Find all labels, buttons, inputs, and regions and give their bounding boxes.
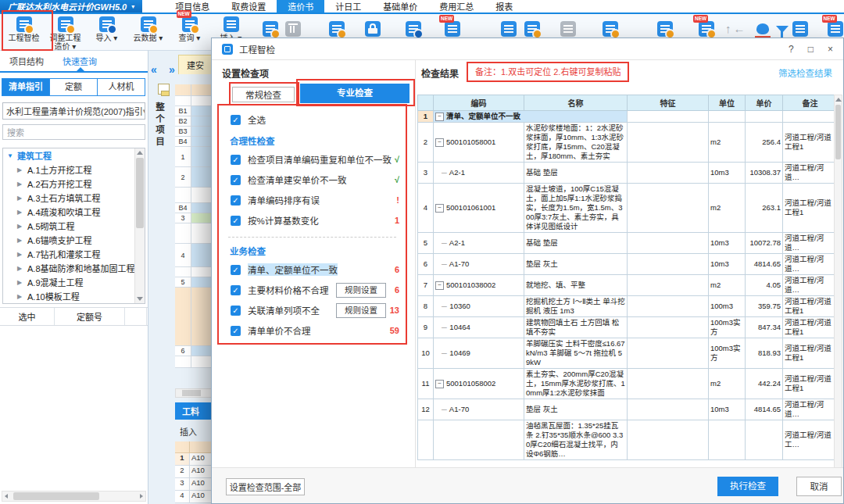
table-row[interactable]: 3─ A2-1基础 垫层10m310308.37河道工程/河道…	[418, 163, 838, 184]
doc-edit-button[interactable]	[603, 19, 618, 39]
apps-button[interactable]: NEW	[699, 19, 714, 39]
filter-button[interactable]	[776, 19, 789, 39]
column-settings-button[interactable]: NEW	[828, 19, 843, 39]
grid-cell[interactable]	[191, 223, 211, 244]
maximize-icon[interactable]: □	[808, 44, 814, 55]
insert-button[interactable]: 插入	[180, 425, 197, 438]
check-item[interactable]: ✓检查项目清单编码重复和单位不一致√	[219, 151, 406, 168]
grid-cell[interactable]	[191, 277, 211, 288]
tree-item[interactable]: ▼建筑工程	[3, 148, 145, 163]
sidebar-subtab-2[interactable]: 定额	[49, 78, 98, 96]
check-item[interactable]: ✓清单单价不合理59	[219, 322, 406, 339]
table-row[interactable]: 7−500101038002就地挖、填、平整m24.05河道工程/河道…	[418, 275, 838, 296]
scrollbar-thumb[interactable]	[136, 158, 144, 228]
column-list-button[interactable]	[501, 19, 517, 39]
check-item[interactable]: ✓检查清单建安单价不一致√	[219, 171, 406, 188]
search-input[interactable]: 搜索	[2, 124, 145, 140]
tab-professional-check[interactable]: 专业检查	[300, 84, 409, 103]
rule-settings-button[interactable]: 规则设置	[336, 283, 386, 298]
checkbox-checked-icon[interactable]: ✓	[231, 155, 241, 165]
adjust-cost-button[interactable]: 调整工程 造价 ▾	[45, 14, 86, 50]
mini-grid-row[interactable]: 3A10	[175, 478, 211, 491]
checkbox-checked-icon[interactable]: ✓	[231, 175, 241, 185]
grid-cell[interactable]	[191, 137, 211, 147]
grid-cell[interactable]	[191, 116, 211, 127]
grid-cell[interactable]	[191, 96, 211, 106]
table-row[interactable]: 6─ A1-70垫层 灰土10m34814.65河道工程/河道…	[418, 254, 838, 275]
expand-panel-icon[interactable]: »	[169, 63, 175, 76]
grid-cell[interactable]	[191, 167, 211, 188]
spec-dropdown[interactable]: 水利工程量清单计价规范(2007)指引 ▾	[2, 102, 145, 120]
select-all-row[interactable]: ✓全选	[219, 112, 406, 127]
tree-item[interactable]: ▶A.2石方开挖工程	[3, 177, 145, 191]
sidebar-tab-1[interactable]: 项目结构	[0, 55, 53, 67]
table-row[interactable]: 9─ 10464建筑物回填土石 土方回填 松填不夯实100m3实方847.34河…	[418, 317, 838, 338]
grid-cell[interactable]	[191, 106, 211, 116]
menu-item-4[interactable]: 计日工	[324, 0, 372, 13]
dialog-title-bar[interactable]: 工程智检 ? □ ×	[212, 38, 843, 60]
tab-jianan[interactable]: 建安	[178, 55, 211, 74]
tree-item[interactable]: ▶A.10模板工程	[3, 289, 145, 303]
cancel-button[interactable]: 取消	[796, 477, 842, 496]
check-item[interactable]: ✓关联清单列项不全规则设置13	[219, 302, 406, 319]
menu-item-2[interactable]: 取费设置	[220, 0, 277, 13]
scrollbar-thumb[interactable]	[182, 390, 201, 396]
grid-cell[interactable]	[191, 84, 211, 96]
checkbox-checked-icon[interactable]: ✓	[231, 326, 241, 336]
freight-button[interactable]	[524, 19, 540, 39]
import-button[interactable]: 导入 ▾	[86, 14, 127, 50]
user-doc-button[interactable]	[657, 19, 673, 39]
menu-item-6[interactable]: 费用汇总	[428, 0, 485, 13]
table-row[interactable]: 10─ 10469羊脚碾压实 土料干密度≤16.67kN/m3 羊脚碾 5～7t…	[418, 338, 838, 369]
collapse-box-icon[interactable]: −	[435, 138, 444, 147]
collapse-box-icon[interactable]: −	[435, 204, 444, 213]
table-row[interactable]: 11−500101058002素土夯实、200mm厚C20混凝土，15mm厚水泥…	[418, 369, 838, 399]
collapse-box-icon[interactable]: −	[435, 113, 444, 121]
table-row[interactable]: 5─ A2-1基础 垫层10m310072.78河道工程/河道…	[418, 233, 838, 254]
grid-hscrollbar[interactable]	[175, 388, 211, 398]
mini-grid-row[interactable]: 2A10	[175, 466, 211, 478]
menu-item-5[interactable]: 基础单价	[372, 0, 428, 13]
query-button[interactable]: NEW查询 ▾	[169, 14, 210, 50]
tree-item[interactable]: ▶A.5砌筑工程	[3, 219, 145, 233]
doc-fee-button[interactable]	[329, 19, 345, 39]
scroll-left-icon[interactable]	[5, 494, 8, 499]
help-icon[interactable]: ?	[789, 44, 794, 55]
checkbox-checked-icon[interactable]: ✓	[231, 265, 241, 275]
checkbox-checked-icon[interactable]: ✓	[231, 216, 241, 226]
check-item[interactable]: ✓按%计算基数变化1	[219, 212, 406, 229]
smart-check-button[interactable]: 工程智检	[3, 14, 45, 50]
table-row[interactable]: 12─ A1-70垫层 灰土10m34814.65河道工程/河道…	[418, 399, 838, 420]
run-check-button[interactable]: 执行检查	[717, 477, 778, 496]
sidebar-subtab-1[interactable]: 清单指引	[2, 78, 50, 96]
sidebar-hscrollbar[interactable]	[2, 491, 146, 502]
rule-settings-button[interactable]: 规则设置	[336, 303, 386, 318]
grid-cell[interactable]	[191, 267, 211, 277]
sidebar-subtab-3[interactable]: 人材机	[97, 78, 145, 96]
checkbox-checked-icon[interactable]: ✓	[231, 306, 241, 316]
filter-results-link[interactable]: 筛选检查结果	[778, 66, 832, 79]
scroll-right-icon[interactable]	[140, 494, 143, 499]
scroll-up-icon[interactable]	[137, 151, 143, 155]
lock-button[interactable]	[365, 19, 381, 39]
table-row[interactable]: 8─ 10360挖掘机挖土方 Ⅰ～Ⅱ类土 单斗挖掘机 液压 1m3100m335…	[418, 296, 838, 317]
tree-item[interactable]: ▶A.8基础防渗和地基加固工程	[3, 261, 145, 275]
grid-cell[interactable]	[191, 127, 211, 137]
add-row-button[interactable]	[263, 19, 278, 39]
tree-item[interactable]: ▶A.7钻孔和灌浆工程	[3, 247, 145, 261]
tree-item[interactable]: ▶A.9混凝土工程	[3, 275, 145, 289]
menu-item-7[interactable]: 报表	[485, 0, 524, 13]
grid-cell[interactable]	[191, 213, 211, 223]
grid-cell[interactable]	[191, 346, 211, 356]
scrollbar-thumb[interactable]	[13, 492, 99, 500]
tree-item[interactable]: ▶A.1土方开挖工程	[3, 163, 145, 177]
tree-item[interactable]: ▶A.4疏浚和吹填工程	[3, 205, 145, 219]
grid-cell[interactable]	[191, 244, 211, 267]
tab-gongliao[interactable]: 工料	[175, 402, 211, 420]
collapse-box-icon[interactable]: −	[435, 380, 444, 388]
check-item[interactable]: ✓主要材料价格不合理规则设置6	[219, 281, 406, 298]
check-item[interactable]: ✓清单、定额单位不一致6	[219, 261, 406, 278]
checkbox-checked-icon[interactable]: ✓	[231, 115, 241, 125]
grid-cell[interactable]	[191, 147, 211, 167]
app-title-button[interactable]: 广联达水利水电云计价GWH5.0 ▾	[0, 0, 142, 13]
